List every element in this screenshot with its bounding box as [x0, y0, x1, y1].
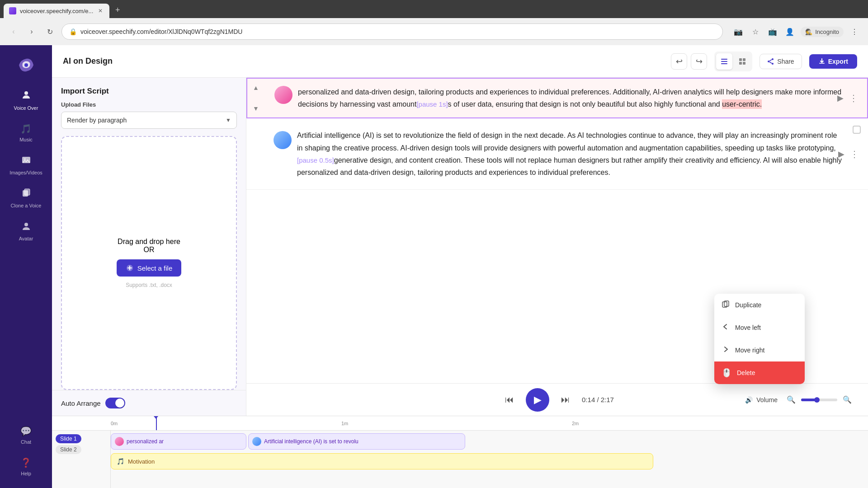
block-2-checkbox[interactable]: [853, 126, 861, 134]
undo-button[interactable]: ↩: [671, 53, 687, 70]
svg-point-15: [768, 61, 769, 62]
music-track-item[interactable]: 🎵 Motivation: [111, 453, 653, 469]
skip-back-button[interactable]: ⏮: [500, 391, 519, 409]
play-block-1-button[interactable]: ▶: [837, 93, 844, 103]
svg-point-16: [772, 63, 774, 65]
svg-rect-7: [721, 59, 727, 60]
skip-forward-button[interactable]: ⏭: [557, 391, 575, 409]
sidebar-item-help[interactable]: ❓ Help: [17, 453, 35, 481]
back-button[interactable]: ‹: [7, 25, 20, 38]
toggle-knob: [115, 399, 124, 408]
block-1-more-button[interactable]: ⋮: [849, 93, 858, 103]
supports-text: Supports .txt, .docx: [126, 282, 172, 288]
ruler-mark-0m: 0m: [111, 421, 118, 426]
music-track: 🎵 Motivation: [111, 452, 868, 470]
sidebar-item-music[interactable]: 🎵 Music: [0, 119, 52, 147]
import-script-title: Import Script: [52, 78, 246, 96]
context-move-right-item[interactable]: Move right: [714, 339, 805, 361]
sidebar-item-chat[interactable]: 💬 Chat: [17, 421, 35, 449]
zoom-in-button[interactable]: 🔍: [841, 394, 854, 406]
block-2-pause-tag: [pause 0.5s]: [297, 156, 334, 164]
voice-track-item-1[interactable]: personalized ar: [111, 433, 246, 450]
zoom-bar: [801, 399, 837, 401]
context-move-left-item[interactable]: Move left: [714, 316, 805, 339]
view-grid-button[interactable]: [734, 53, 750, 70]
play-pause-button[interactable]: ▶: [526, 388, 549, 412]
collapse-down-button[interactable]: ▼: [253, 105, 259, 112]
render-dropdown[interactable]: Render by paragraph ▼: [61, 112, 237, 129]
cast-icon[interactable]: 📺: [766, 25, 779, 38]
render-dropdown-label: Render by paragraph: [67, 117, 127, 124]
slide-1-label[interactable]: Slide 1: [56, 434, 81, 443]
view-script-button[interactable]: [716, 53, 732, 70]
upload-area[interactable]: Drag and drop here OR Select a file Supp…: [61, 136, 237, 390]
ruler-mark-1m: 1m: [341, 421, 348, 426]
context-delete-item[interactable]: 🖱️ Delete: [714, 361, 805, 384]
block-1-pause-tag: [pause 1s]: [416, 100, 448, 108]
auto-arrange-toggle[interactable]: [105, 398, 125, 408]
active-tab[interactable]: voiceover.speechify.com/e... ✕: [4, 4, 109, 18]
chevron-down-icon: ▼: [226, 117, 231, 123]
chat-icon: 💬: [20, 426, 32, 436]
timeline-tracks-container: Slide 1 Slide 2 personalized ar: [52, 431, 868, 488]
zoom-out-button[interactable]: 🔍: [785, 394, 797, 406]
playhead-indicator: [156, 416, 157, 430]
music-note-icon: 🎵: [117, 458, 124, 465]
sidebar-item-images[interactable]: Images/Videos: [0, 150, 52, 180]
block-2-inner: Artificial intelligence (AI) is set to r…: [274, 129, 843, 178]
block-2-more-button[interactable]: ⋮: [850, 149, 859, 160]
sidebar-chat-label: Chat: [21, 439, 31, 445]
sidebar-item-avatar[interactable]: Avatar: [0, 216, 52, 246]
move-right-icon: [722, 345, 730, 355]
voice-track-1: personalized ar Artificial intelligence …: [111, 432, 868, 450]
incognito-badge: 🕵️ Incognito: [801, 27, 844, 37]
collapse-up-button[interactable]: ▲: [253, 84, 259, 91]
browser-chrome: voiceover.speechify.com/e... ✕ + ‹ › ↻ 🔒…: [0, 0, 868, 45]
profile-icon[interactable]: 👤: [783, 25, 796, 38]
play-block-2-button[interactable]: ▶: [838, 149, 844, 159]
timeline-slide-labels: Slide 1 Slide 2: [52, 431, 111, 488]
app-logo[interactable]: [14, 52, 39, 78]
drag-text: Drag and drop here: [118, 238, 180, 245]
or-text: OR: [143, 246, 154, 253]
bookmark-icon[interactable]: ☆: [749, 25, 762, 38]
svg-rect-12: [739, 62, 742, 65]
volume-control: 🔊 Volume: [745, 396, 778, 404]
paragraph-block-2: Artificial intelligence (AI) is set to r…: [246, 118, 868, 190]
forward-button[interactable]: ›: [25, 25, 38, 38]
more-options-icon[interactable]: ⋮: [848, 25, 861, 38]
share-button[interactable]: Share: [760, 54, 802, 69]
select-file-button[interactable]: Select a file: [117, 259, 182, 277]
select-file-label: Select a file: [137, 264, 173, 272]
refresh-button[interactable]: ↻: [43, 25, 56, 38]
redo-button[interactable]: ↪: [691, 53, 707, 70]
images-icon: [21, 155, 31, 167]
slide-2-label[interactable]: Slide 2: [56, 445, 81, 454]
svg-rect-9: [721, 63, 727, 64]
block-2-text-after: generative design, and content creation.…: [297, 156, 842, 176]
help-icon: ❓: [20, 457, 32, 468]
move-left-label: Move left: [735, 324, 761, 331]
tab-close-button[interactable]: ✕: [97, 7, 104, 14]
context-duplicate-item[interactable]: Duplicate: [714, 294, 805, 316]
script-panel: Import Script Upload Files Render by par…: [52, 78, 246, 416]
export-button[interactable]: Export: [809, 54, 857, 69]
voice-track-item-2[interactable]: Artificial intelligence (AI) is set to r…: [248, 433, 465, 450]
music-icon: 🎵: [20, 123, 32, 134]
timeline-tracks: personalized ar Artificial intelligence …: [111, 431, 868, 488]
undo-redo-group: ↩ ↪: [671, 53, 707, 70]
tab-label: voiceover.speechify.com/e...: [20, 8, 93, 14]
track-2-avatar: [252, 437, 261, 446]
address-bar[interactable]: 🔒 voiceover.speechify.com/editor/XlJlDNq…: [61, 23, 723, 40]
music-track-label: Motivation: [128, 458, 155, 465]
sidebar-item-voiceover[interactable]: Voice Over: [0, 85, 52, 115]
camera-off-icon[interactable]: 📷: [732, 25, 745, 38]
browser-toolbar-icons: 📷 ☆ 📺 👤 🕵️ Incognito ⋮: [732, 25, 861, 38]
new-tab-button[interactable]: +: [111, 4, 124, 16]
context-menu: Duplicate Move left Move right 🖱️ Delete: [714, 294, 805, 384]
sidebar-bottom: 💬 Chat ❓ Help: [17, 421, 35, 481]
move-left-icon: [722, 323, 730, 333]
sidebar-item-clone[interactable]: Clone a Voice: [0, 183, 52, 213]
auto-arrange-label: Auto Arrange: [61, 399, 101, 407]
sidebar-avatar-label: Avatar: [19, 236, 33, 241]
